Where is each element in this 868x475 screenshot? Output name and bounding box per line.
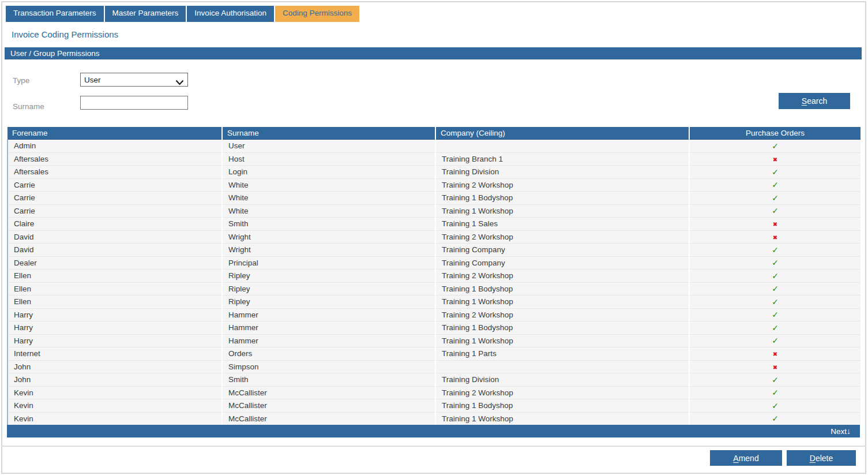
cell-surname: Simpson	[222, 360, 435, 373]
cell-forename: David	[7, 244, 222, 257]
cell-surname: Hammer	[222, 308, 435, 321]
next-page-bar[interactable]: Next↓	[7, 425, 860, 437]
cell-company: Training Division	[435, 373, 689, 387]
cell-company: Training 2 Workshop	[435, 270, 689, 283]
tab-master-parameters[interactable]: Master Parameters	[105, 6, 186, 22]
column-header-purchase-orders: Purchase Orders	[689, 127, 861, 140]
cell-surname: Hammer	[222, 334, 435, 347]
table-body: AdminUser✓AftersalesHostTraining Branch …	[7, 140, 861, 425]
table-row[interactable]: DavidWrightTraining Company✓	[7, 244, 861, 257]
type-select-wrap: User	[80, 73, 188, 87]
table-row[interactable]: KevinMcCallisterTraining 1 Bodyshop✓	[7, 399, 861, 413]
cell-surname: White	[222, 178, 435, 192]
check-icon: ✓	[772, 323, 779, 332]
cell-forename: Aftersales	[7, 152, 222, 166]
cell-surname: User	[222, 140, 435, 153]
table-row[interactable]: KevinMcCallisterTraining 2 Workshop✓	[7, 386, 861, 399]
permissions-table: Forename Surname Company (Ceiling) Purch…	[7, 127, 860, 425]
table-row[interactable]: AftersalesHostTraining Branch 1✖	[7, 152, 861, 166]
type-label: Type	[13, 76, 29, 85]
cell-surname: Smith	[222, 373, 435, 387]
check-icon: ✓	[772, 245, 779, 255]
check-icon: ✓	[772, 193, 779, 203]
table-row[interactable]: EllenRipleyTraining 1 Bodyshop✓	[7, 282, 861, 296]
cell-surname: McCallister	[222, 399, 435, 413]
cell-surname: Ripley	[222, 282, 435, 296]
table-row[interactable]: ClaireSmithTraining 1 Sales✖	[7, 218, 861, 231]
cell-purchase-orders: ✓	[689, 140, 861, 153]
check-icon: ✓	[772, 336, 779, 345]
cell-forename: Admin	[7, 140, 222, 153]
cell-company: Training 1 Workshop	[435, 204, 689, 218]
cell-purchase-orders: ✖	[689, 152, 861, 166]
delete-button[interactable]: Delete	[787, 450, 856, 466]
cell-surname: McCallister	[222, 412, 435, 425]
cell-purchase-orders: ✓	[689, 270, 861, 283]
search-button[interactable]: Search	[779, 93, 850, 109]
cell-surname: Smith	[222, 218, 435, 231]
tab-transaction-parameters[interactable]: Transaction Parameters	[6, 6, 104, 22]
tab-coding-permissions[interactable]: Coding Permissions	[275, 6, 359, 22]
tab-invoice-authorisation[interactable]: Invoice Authorisation	[187, 6, 274, 22]
cell-forename: Ellen	[7, 296, 222, 309]
cell-company: Training Company	[435, 256, 689, 270]
cell-purchase-orders: ✓	[689, 192, 861, 205]
check-icon: ✓	[772, 310, 779, 319]
cell-purchase-orders: ✓	[689, 334, 861, 347]
cell-company: Training 1 Bodyshop	[435, 192, 689, 205]
cell-forename: Claire	[7, 218, 222, 231]
cell-purchase-orders: ✓	[689, 412, 861, 425]
table-row[interactable]: EllenRipleyTraining 2 Workshop✓	[7, 270, 861, 283]
cross-icon: ✖	[773, 234, 777, 241]
table-row[interactable]: CarrieWhiteTraining 1 Bodyshop✓	[7, 192, 861, 205]
table-row[interactable]: CarrieWhiteTraining 2 Workshop✓	[7, 178, 861, 192]
table-row[interactable]: JohnSmithTraining Division✓	[7, 373, 861, 387]
table-row[interactable]: AftersalesLoginTraining Division✓	[7, 166, 861, 179]
cell-forename: Ellen	[7, 270, 222, 283]
table-row[interactable]: InternetOrdersTraining 1 Parts✖	[7, 347, 861, 361]
cell-purchase-orders: ✓	[689, 256, 861, 270]
cell-company: Training 2 Workshop	[435, 308, 689, 321]
table-row[interactable]: EllenRipleyTraining 1 Workshop✓	[7, 296, 861, 309]
cell-surname: Login	[222, 166, 435, 179]
cell-purchase-orders: ✓	[689, 321, 861, 335]
table-row[interactable]: DavidWrightTraining 2 Workshop✖	[7, 230, 861, 244]
cell-purchase-orders: ✖	[689, 360, 861, 373]
cell-surname: Host	[222, 152, 435, 166]
cell-purchase-orders: ✓	[689, 399, 861, 413]
cell-company	[435, 360, 689, 373]
table-row[interactable]: KevinMcCallisterTraining 1 Workshop✓	[7, 412, 861, 425]
amend-button[interactable]: Amend	[710, 450, 782, 466]
table-row[interactable]: HarryHammerTraining 1 Workshop✓	[7, 334, 861, 347]
cell-forename: John	[7, 360, 222, 373]
table-header: Forename Surname Company (Ceiling) Purch…	[7, 127, 861, 140]
table-row[interactable]: CarrieWhiteTraining 1 Workshop✓	[7, 204, 861, 218]
check-icon: ✓	[772, 258, 779, 267]
cell-forename: Carrie	[7, 204, 222, 218]
check-icon: ✓	[772, 375, 779, 384]
cell-forename: Harry	[7, 334, 222, 347]
cell-purchase-orders: ✓	[689, 296, 861, 309]
table-row[interactable]: DealerPrincipalTraining Company✓	[7, 256, 861, 270]
cell-forename: John	[7, 373, 222, 387]
cross-icon: ✖	[773, 156, 777, 163]
column-header-company: Company (Ceiling)	[435, 127, 689, 140]
type-select[interactable]: User	[80, 73, 188, 87]
cell-forename: Internet	[7, 347, 222, 361]
table-row[interactable]: HarryHammerTraining 1 Bodyshop✓	[7, 321, 861, 335]
surname-input[interactable]	[80, 96, 188, 110]
table-row[interactable]: AdminUser✓	[7, 140, 861, 153]
cell-purchase-orders: ✓	[689, 373, 861, 387]
next-label: Next	[831, 427, 847, 436]
cell-company: Training 2 Workshop	[435, 230, 689, 244]
cell-purchase-orders: ✓	[689, 244, 861, 257]
cell-company: Training 2 Workshop	[435, 386, 689, 399]
table-row[interactable]: JohnSimpson✖	[7, 360, 861, 373]
check-icon: ✓	[772, 271, 779, 280]
table-row[interactable]: HarryHammerTraining 2 Workshop✓	[7, 308, 861, 321]
cell-company: Training 1 Bodyshop	[435, 321, 689, 335]
cell-surname: Principal	[222, 256, 435, 270]
cell-surname: Wright	[222, 230, 435, 244]
page-title: Invoice Coding Permissions	[12, 29, 118, 39]
cell-company: Training Company	[435, 244, 689, 257]
